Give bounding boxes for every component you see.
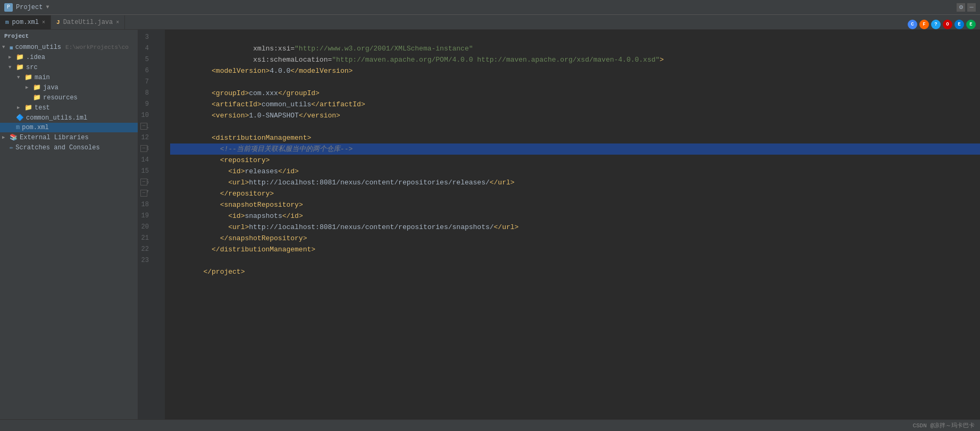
project-icon: P xyxy=(4,3,13,12)
code-line-17: <snapshotRepository> xyxy=(170,188,980,199)
sidebar-header: Project xyxy=(0,30,138,43)
sidebar-item-label: External Libraries xyxy=(20,134,89,141)
editor-area: 3 4 5 6 7 8 9 10 ─ 11 12 ─ 13 14 15 ─ 16 xyxy=(138,30,980,419)
line-14: 14 xyxy=(138,155,165,166)
sidebar-item-idea[interactable]: ▶ 📁 .idea xyxy=(0,52,138,62)
sidebar-item-label: Scratches and Consoles xyxy=(15,144,99,151)
arrow-icon: ▼ xyxy=(9,65,14,70)
line-9: 9 xyxy=(138,99,165,110)
sidebar-item-common-utils[interactable]: ▼ ◼ common_utils E:\workProjects\co xyxy=(0,43,138,52)
line-6: 6 xyxy=(138,65,165,77)
line-18: 18 xyxy=(138,199,165,210)
module-icon: ◼ xyxy=(10,44,13,51)
line-22: 22 xyxy=(138,244,165,255)
tab-pom-label: pom.xml xyxy=(12,19,39,26)
settings-btn[interactable]: ⚙ xyxy=(957,3,965,12)
code-line-11: <distributionManagement> xyxy=(170,121,980,132)
sidebar-item-pom-xml[interactable]: m pom.xml xyxy=(0,123,138,132)
browser-icons-bar: C F ? O E E xyxy=(903,20,980,29)
title-arrow: ▼ xyxy=(46,4,49,10)
sidebar-item-external-libs[interactable]: ▶ 📚 External Libraries xyxy=(0,132,138,142)
sidebar-item-label: pom.xml xyxy=(22,124,48,131)
folder-icon: 📁 xyxy=(24,73,32,81)
code-line-14: <id>releases</id> xyxy=(170,155,980,166)
line-8: 8 xyxy=(138,88,165,99)
line-21: 21 xyxy=(138,233,165,244)
line-12: 12 xyxy=(138,132,165,143)
line-15: 15 xyxy=(138,166,165,177)
line-20: 20 xyxy=(138,222,165,233)
external-libs-icon: 📚 xyxy=(10,133,18,141)
minimize-btn[interactable]: ─ xyxy=(967,3,976,12)
browser3-icon[interactable]: ? xyxy=(931,20,941,29)
tab-pom-close[interactable]: × xyxy=(42,20,45,26)
tab-dateutil-close[interactable]: × xyxy=(116,20,119,26)
firefox-icon[interactable]: F xyxy=(919,20,929,29)
tab-dateutil-java[interactable]: J DateUtil.java × xyxy=(51,15,125,29)
folder-icon: 📁 xyxy=(16,63,24,71)
scratch-icon: ✏ xyxy=(10,143,13,151)
arrow-icon: ▶ xyxy=(17,105,22,111)
line-numbers: 3 4 5 6 7 8 9 10 ─ 11 12 ─ 13 14 15 ─ 16 xyxy=(138,30,165,419)
sidebar-item-label: common_utils.iml xyxy=(26,114,87,122)
arrow-icon: ▶ xyxy=(2,134,7,140)
code-line-3: xmlns:xsi="http://www.w3.org/2001/XMLSch… xyxy=(170,32,980,43)
status-text: CSDN @凉拌～玛卡巴卡 xyxy=(912,421,975,429)
edge-icon[interactable]: E xyxy=(954,20,964,29)
sidebar-item-label: src xyxy=(26,64,38,71)
title-bar: P Project ▼ ⚙ ─ xyxy=(0,0,980,15)
iml-icon: 🔷 xyxy=(16,114,24,122)
sidebar: Project ▼ ◼ common_utils E:\workProjects… xyxy=(0,30,138,419)
sidebar-title: Project xyxy=(4,33,29,39)
line-3: 3 xyxy=(138,32,165,43)
line-16: ─ 16 xyxy=(138,177,165,188)
sidebar-item-iml[interactable]: 🔷 common_utils.iml xyxy=(0,113,138,123)
line-19: 19 xyxy=(138,210,165,222)
code-line-23: </project> xyxy=(170,255,980,266)
line-10: 10 xyxy=(138,110,165,121)
sidebar-item-main[interactable]: ▼ 📁 main xyxy=(0,72,138,82)
sidebar-item-label: java xyxy=(43,84,58,91)
title-controls: ⚙ ─ xyxy=(957,3,976,12)
java-file-icon: J xyxy=(56,19,60,26)
edge2-icon[interactable]: E xyxy=(966,20,976,29)
opera-icon[interactable]: O xyxy=(943,20,952,29)
sidebar-item-src[interactable]: ▼ 📁 src xyxy=(0,62,138,72)
sidebar-path: E:\workProjects\co xyxy=(65,44,129,50)
title-project-label: Project xyxy=(16,4,43,11)
sidebar-item-label: test xyxy=(35,104,50,112)
sidebar-item-label: main xyxy=(35,74,50,81)
tab-dateutil-label: DateUtil.java xyxy=(63,19,113,26)
sidebar-item-label: resources xyxy=(43,94,78,102)
sidebar-item-test[interactable]: ▶ 📁 test xyxy=(0,103,138,113)
sidebar-item-resources[interactable]: 📁 resources xyxy=(0,92,138,103)
folder-icon: 📁 xyxy=(33,94,41,102)
line-5: 5 xyxy=(138,54,165,65)
arrow-icon: ▶ xyxy=(26,84,31,90)
arrow-icon: ▼ xyxy=(2,45,7,50)
line-4: 4 xyxy=(138,43,165,54)
java-folder-icon: 📁 xyxy=(33,83,41,91)
line-7: 7 xyxy=(138,77,165,88)
arrow-icon: ▼ xyxy=(17,75,22,80)
sidebar-item-scratches[interactable]: ✏ Scratches and Consoles xyxy=(0,142,138,153)
main-layout: Project ▼ ◼ common_utils E:\workProjects… xyxy=(0,30,980,419)
chrome-icon[interactable]: C xyxy=(908,20,917,29)
line-13: ─ 13 xyxy=(138,143,165,155)
folder-icon: 📁 xyxy=(16,53,24,61)
line-11: ─ 11 xyxy=(138,121,165,132)
code-editor[interactable]: xmlns:xsi="http://www.w3.org/2001/XMLSch… xyxy=(165,30,980,419)
sidebar-item-java[interactable]: ▶ 📁 java xyxy=(0,82,138,92)
sidebar-item-label: common_utils xyxy=(15,44,61,51)
status-bar: CSDN @凉拌～玛卡巴卡 xyxy=(0,419,980,431)
xml-file-icon: m xyxy=(16,124,20,131)
tab-bar: m pom.xml × J DateUtil.java × C F ? O E … xyxy=(0,15,980,30)
sidebar-item-label: .idea xyxy=(26,54,45,61)
tab-pom-xml[interactable]: m pom.xml × xyxy=(0,15,51,29)
xml-file-icon: m xyxy=(5,19,9,26)
folder-icon: 📁 xyxy=(24,104,32,112)
code-line-7: <groupId>com.xxx</groupId> xyxy=(170,77,980,88)
arrow-icon: ▶ xyxy=(9,54,14,60)
line-23: 23 xyxy=(138,255,165,266)
line-17: ─ 17 xyxy=(138,188,165,199)
